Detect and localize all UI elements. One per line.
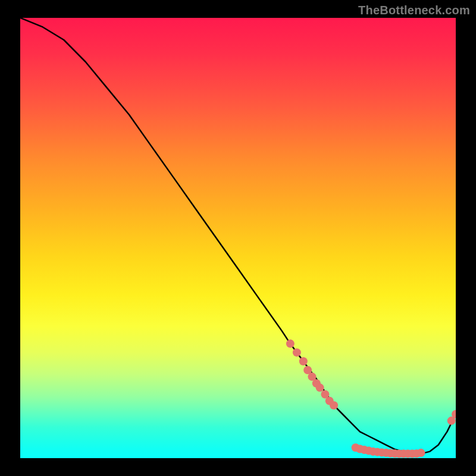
- curve-marker: [293, 348, 301, 356]
- curve-markers: [286, 340, 456, 458]
- watermark-label: TheBottleneck.com: [358, 4, 470, 17]
- curve-marker: [330, 401, 338, 409]
- curve-line: [20, 18, 456, 454]
- plot-area: [20, 18, 456, 458]
- curve-marker: [299, 357, 308, 365]
- curve-marker: [286, 340, 295, 348]
- chart-stage: TheBottleneck.com: [0, 0, 476, 476]
- curve-layer: [20, 18, 456, 458]
- bottleneck-curve-path: [20, 18, 456, 454]
- curve-marker: [316, 384, 324, 392]
- curve-marker: [416, 449, 425, 457]
